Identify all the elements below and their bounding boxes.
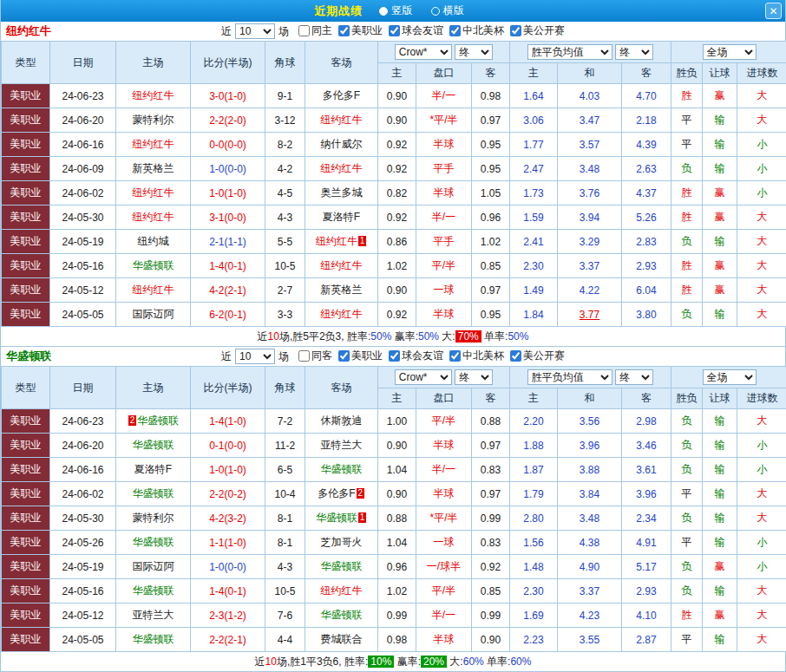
score-cell[interactable]: 1-0(1-0) (191, 458, 265, 482)
score-cell[interactable]: 1-4(0-1) (191, 579, 265, 603)
away-team-cell[interactable]: 纽约红牛 (305, 254, 378, 278)
team-name[interactable]: 纽约红牛 (321, 162, 363, 174)
score-cell[interactable]: 0-0(0-0) (191, 133, 265, 157)
team-name[interactable]: 纳什威尔 (321, 138, 363, 150)
score-cell[interactable]: 2-2(0-2) (191, 482, 265, 506)
home-team-cell[interactable]: 华盛顿联 (116, 628, 191, 652)
score-cell[interactable]: 2-1(1-1) (191, 230, 265, 254)
away-team-cell[interactable]: 奥兰多城 (305, 181, 378, 206)
layout-radio-horizontal[interactable]: 横版 (431, 3, 464, 18)
home-team-cell[interactable]: 新英格兰 (116, 157, 191, 181)
score-cell[interactable]: 4-2(3-2) (191, 506, 265, 531)
filter-checkbox[interactable]: 美公开赛 (510, 23, 565, 38)
score-cell[interactable]: 1-4(1-0) (191, 409, 265, 434)
away-team-cell[interactable]: 华盛顿联 (305, 555, 378, 579)
filter-checkbox[interactable]: 中北美杯 (449, 23, 504, 38)
checkbox-input[interactable] (510, 350, 521, 362)
team-name[interactable]: 纽约红牛 (133, 186, 174, 199)
score-cell[interactable]: 1-0(0-0) (191, 157, 265, 181)
home-team-cell[interactable]: 纽约城 (116, 230, 191, 254)
home-team-cell[interactable]: 国际迈阿 (116, 555, 191, 579)
score-cell[interactable]: 3-0(1-0) (191, 84, 265, 108)
checkbox-input[interactable] (298, 350, 310, 362)
europe-final-select[interactable]: 终 (615, 369, 653, 385)
team-name[interactable]: 费城联合 (321, 633, 363, 645)
away-team-cell[interactable]: 夏洛特F (305, 206, 378, 230)
team-name[interactable]: 夏洛特F (134, 463, 172, 475)
team-name[interactable]: 亚特兰大 (133, 609, 174, 621)
team-name[interactable]: 蒙特利尔 (133, 114, 174, 126)
checkbox-input[interactable] (449, 350, 461, 362)
checkbox-input[interactable] (449, 25, 461, 36)
team-name[interactable]: 新英格兰 (321, 284, 363, 296)
score-cell[interactable]: 1-0(1-0) (191, 181, 265, 206)
team-name[interactable]: 华盛顿联 (133, 536, 174, 548)
team-name[interactable]: 纽约红牛 (133, 89, 174, 101)
games-count-select[interactable]: 10 (235, 23, 275, 39)
home-team-cell[interactable]: 纽约红牛 (116, 278, 191, 303)
away-team-cell[interactable]: 纽约红牛 (305, 108, 378, 133)
team-name[interactable]: 国际迈阿 (133, 560, 174, 572)
team-name[interactable]: 华盛顿联 (133, 439, 174, 451)
away-team-cell[interactable]: 纽约红牛1 (305, 230, 378, 254)
score-cell[interactable]: 3-1(0-0) (191, 206, 265, 230)
home-team-cell[interactable]: 纽约红牛 (116, 181, 191, 206)
away-team-cell[interactable]: 多伦多F2 (305, 482, 378, 506)
team-name[interactable]: 夏洛特F (323, 211, 360, 223)
odds-provider-select[interactable]: Crow* (395, 369, 452, 385)
score-cell[interactable]: 4-2(2-1) (191, 278, 265, 303)
checkbox-input[interactable] (338, 350, 350, 362)
team-name[interactable]: 华盛顿联 (133, 259, 174, 271)
home-team-cell[interactable]: 亚特兰大 (116, 603, 191, 628)
checkbox-input[interactable] (389, 350, 400, 362)
team-name[interactable]: 华盛顿联 (321, 609, 363, 621)
filter-checkbox[interactable]: 美职业 (338, 23, 383, 38)
filter-checkbox[interactable]: 球会友谊 (389, 349, 443, 363)
team-name[interactable]: 纽约红牛 (321, 308, 363, 320)
home-team-cell[interactable]: 蒙特利尔 (116, 506, 191, 531)
home-team-cell[interactable]: 华盛顿联 (116, 254, 191, 278)
score-cell[interactable]: 1-4(0-1) (191, 254, 265, 278)
score-cell[interactable]: 2-3(1-2) (191, 603, 265, 628)
team-name[interactable]: 休斯敦迪 (321, 414, 363, 427)
team-name[interactable]: 纽约红牛 (321, 114, 363, 126)
team-name[interactable]: 纽约红牛 (133, 284, 174, 296)
scope-select[interactable]: 全场 (703, 369, 757, 385)
team-name[interactable]: 纽约红牛 (321, 584, 363, 597)
team-name[interactable]: 纽约红牛 (133, 138, 174, 150)
score-cell[interactable]: 2-2(2-1) (191, 628, 265, 652)
score-cell[interactable]: 2-2(2-0) (191, 108, 265, 133)
odds-provider-select[interactable]: Crow* (395, 44, 452, 60)
team-name[interactable]: 华盛顿联 (133, 633, 174, 645)
away-team-cell[interactable]: 华盛顿联1 (305, 506, 378, 531)
away-team-cell[interactable]: 费城联合 (305, 628, 378, 652)
home-team-cell[interactable]: 夏洛特F (116, 458, 191, 482)
filter-checkbox[interactable]: 球会友谊 (389, 23, 443, 38)
home-team-cell[interactable]: 国际迈阿 (116, 303, 191, 327)
team-name[interactable]: 奥兰多城 (321, 186, 363, 199)
away-team-cell[interactable]: 新英格兰 (305, 278, 378, 303)
team-name[interactable]: 亚特兰大 (321, 439, 363, 451)
team-name[interactable]: 华盛顿联 (137, 414, 179, 427)
home-team-cell[interactable]: 纽约红牛 (116, 133, 191, 157)
team-name[interactable]: 芝加哥火 (321, 536, 363, 548)
europe-avg-select[interactable]: 胜平负均值 (527, 369, 612, 385)
home-team-cell[interactable]: 纽约红牛 (116, 84, 191, 108)
away-team-cell[interactable]: 亚特兰大 (305, 434, 378, 458)
scope-select[interactable]: 全场 (703, 44, 757, 60)
home-team-cell[interactable]: 蒙特利尔 (116, 108, 191, 133)
home-team-cell[interactable]: 华盛顿联 (116, 531, 191, 555)
away-team-cell[interactable]: 纳什威尔 (305, 133, 378, 157)
team-name[interactable]: 多伦多F (323, 89, 360, 101)
team-name[interactable]: 华盛顿联 (321, 463, 363, 475)
filter-checkbox[interactable]: 同主 (298, 23, 332, 38)
home-team-cell[interactable]: 华盛顿联 (116, 482, 191, 506)
europe-avg-select[interactable]: 胜平负均值 (527, 44, 612, 60)
europe-final-select[interactable]: 终 (615, 44, 653, 60)
team-name[interactable]: 多伦多F (318, 487, 355, 499)
team-name[interactable]: 蒙特利尔 (133, 512, 174, 524)
score-cell[interactable]: 1-0(0-0) (191, 555, 265, 579)
filter-checkbox[interactable]: 美公开赛 (510, 349, 565, 363)
home-team-cell[interactable]: 华盛顿联 (116, 579, 191, 603)
team-name[interactable]: 华盛顿联 (133, 584, 174, 597)
